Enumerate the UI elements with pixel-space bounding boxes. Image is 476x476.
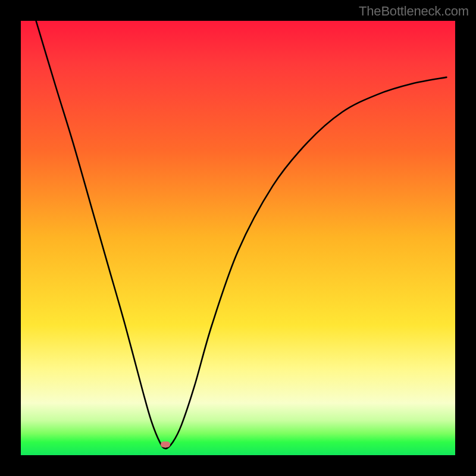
plot-area bbox=[21, 21, 455, 455]
minimum-marker bbox=[161, 441, 170, 447]
gradient-background bbox=[21, 21, 455, 455]
watermark-text: TheBottleneck.com bbox=[359, 4, 469, 19]
